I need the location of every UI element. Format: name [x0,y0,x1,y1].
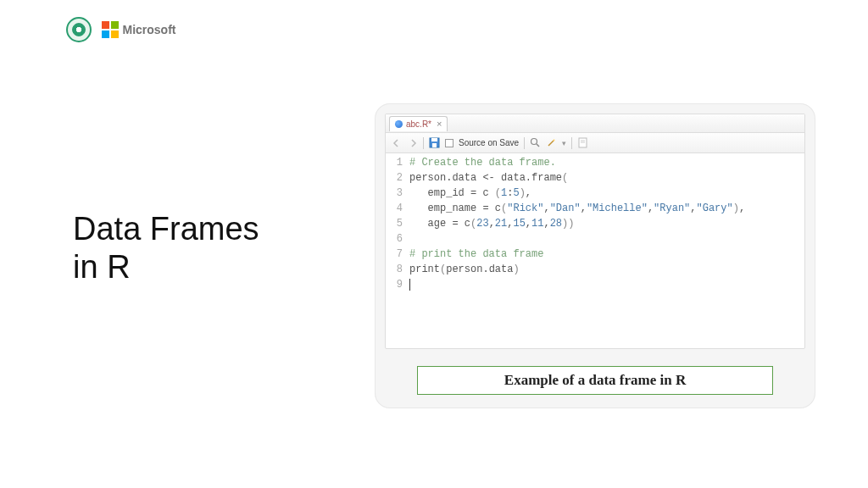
svg-rect-2 [432,143,437,147]
caption-text: Example of a data frame in R [504,372,686,389]
slide-title: Data Frames in R [73,210,259,286]
dropdown-icon[interactable]: ▾ [562,139,566,147]
source-on-save-checkbox[interactable] [445,139,453,147]
title-line-2: in R [73,248,259,286]
wand-icon[interactable] [546,137,557,148]
text-cursor [409,279,410,291]
svg-point-3 [531,139,537,145]
tab-filename: abc.R* [406,119,431,129]
title-line-1: Data Frames [73,210,259,248]
notebook-icon[interactable] [577,137,588,148]
back-icon[interactable] [391,137,402,148]
save-icon[interactable] [429,137,440,148]
institution-logo-inner [72,23,86,36]
microsoft-squares-icon [102,21,119,38]
editor-tabbar: abc.R* × [386,114,804,133]
editor-tab[interactable]: abc.R* × [389,116,448,131]
code-lines: # Create the data frame.person.data <- d… [408,155,804,292]
forward-icon[interactable] [407,137,418,148]
caption-bar: Example of a data frame in R [417,366,773,395]
microsoft-text: Microsoft [123,23,176,36]
svg-point-6 [554,140,555,141]
editor-toolbar: Source on Save ▾ [386,133,804,153]
svg-rect-1 [431,138,437,141]
editor-box: abc.R* × Source on Save ▾ [385,114,805,349]
svg-line-4 [537,144,539,147]
code-area[interactable]: 1 2 3 4 5 6 7 8 9 # Create the data fram… [386,153,804,292]
source-on-save-label: Source on Save [459,138,519,147]
search-icon[interactable] [530,137,541,148]
institution-logo [66,17,92,42]
close-icon[interactable]: × [437,119,442,129]
svg-line-5 [548,141,554,146]
r-file-icon [395,120,403,128]
line-gutter: 1 2 3 4 5 6 7 8 9 [386,155,408,292]
header-logos: Microsoft [66,17,176,42]
code-panel: abc.R* × Source on Save ▾ [375,103,815,408]
microsoft-logo: Microsoft [102,21,176,38]
